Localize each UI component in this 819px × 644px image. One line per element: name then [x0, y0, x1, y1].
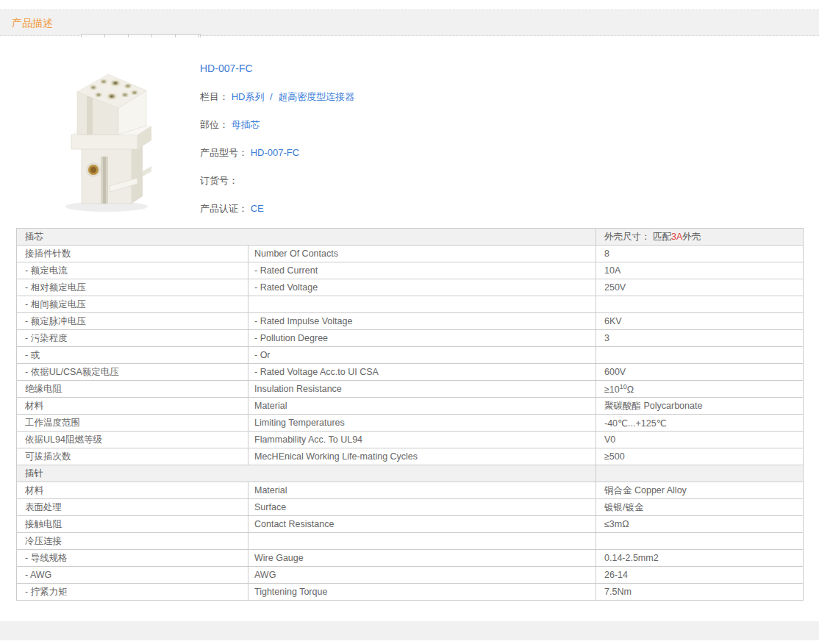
spec-value [596, 296, 804, 313]
spec-en: Limiting Temperatures [248, 415, 596, 432]
hidden-tab-strip [81, 34, 201, 37]
spec-en: - Rated Current [248, 262, 596, 279]
detail-category: 栏目： HD系列 / 超高密度型连接器 [200, 90, 641, 103]
spec-cn: 表面处理 [17, 499, 248, 516]
detail-order-number: 订货号： [200, 174, 641, 187]
section-header-row: 插芯 外壳尺寸： 匹配3A外壳 [17, 229, 804, 246]
spec-cn: 绝缘电阻 [17, 381, 248, 398]
product-photo [55, 62, 154, 213]
table-row: - 相间额定电压 [17, 296, 804, 313]
shell-size-header: 外壳尺寸： 匹配3A外壳 [596, 229, 804, 246]
spec-en: Flammability Acc. To UL94 [248, 432, 596, 448]
tab-band: 产品描述 [0, 10, 819, 36]
spec-value: 6KV [596, 313, 804, 330]
spec-value: 26-14 [596, 567, 804, 584]
spec-value: 聚碳酸酯 Polycarbonate [596, 398, 804, 415]
shell-size-highlight: 3A [671, 232, 682, 242]
product-title-link[interactable]: HD-007-FC [200, 62, 253, 74]
section-title: 插针 [17, 465, 596, 482]
spec-cn: - 相间额定电压 [17, 296, 248, 313]
spec-value: ≥500 [596, 448, 804, 465]
category-series-link[interactable]: HD系列 [232, 91, 265, 102]
product-details: HD-007-FC 栏目： HD系列 / 超高密度型连接器 部位： 母插芯 产品… [200, 62, 641, 215]
spec-en: Number Of Contacts [248, 246, 596, 262]
table-row: - 额定电流 - Rated Current 10A [17, 262, 804, 279]
spec-cn: - 导线规格 [17, 550, 248, 567]
spec-value: 铜合金 Copper Alloy [596, 482, 804, 499]
spec-en: Tightening Torque [248, 584, 596, 601]
table-row: - 导线规格 Wire Gauge 0.14-2.5mm2 [17, 550, 804, 567]
table-row: 工作温度范围 Limiting Temperatures -40℃...+125… [17, 415, 804, 432]
category-label: 栏目： [200, 91, 229, 102]
table-row: 绝缘电阻 Insulation Resistance ≥1010Ω [17, 381, 804, 398]
spec-cn: - AWG [17, 567, 248, 584]
spec-en [248, 533, 596, 550]
certification-link[interactable]: CE [251, 203, 264, 214]
category-separator: / [267, 91, 276, 102]
spec-value: 8 [596, 246, 804, 262]
category-type-link[interactable]: 超高密度型连接器 [278, 91, 354, 102]
spec-cn: - 额定脉冲电压 [17, 313, 248, 330]
certification-label: 产品认证： [200, 203, 248, 214]
tab-product-description[interactable]: 产品描述 [12, 10, 53, 35]
detail-certification: 产品认证： CE [200, 202, 641, 215]
spec-en: Material [248, 398, 596, 415]
spec-cn: - 拧紧力矩 [17, 584, 248, 601]
table-row: - 或 - Or [17, 347, 804, 364]
spec-en: AWG [248, 567, 596, 584]
table-row: 材料 Material 聚碳酸酯 Polycarbonate [17, 398, 804, 415]
spec-cn: 材料 [17, 398, 248, 415]
spec-cn: 材料 [17, 482, 248, 499]
spec-cn: - 额定电流 [17, 262, 248, 279]
spec-value: ≤3mΩ [596, 516, 804, 533]
spec-en: Surface [248, 499, 596, 516]
detail-model: 产品型号： HD-007-FC [200, 146, 641, 159]
spec-en: - Rated Impulse Voltage [248, 313, 596, 330]
section-header-right [596, 465, 804, 482]
table-row: 依据UL94阻燃等级 Flammability Acc. To UL94 V0 [17, 432, 804, 448]
detail-part: 部位： 母插芯 [200, 118, 641, 131]
spec-value: 镀银/镀金 [596, 499, 804, 516]
spec-en: - Or [248, 347, 596, 364]
table-row: - 拧紧力矩 Tightening Torque 7.5Nm [17, 584, 804, 601]
spec-cn: - 相对额定电压 [17, 279, 248, 296]
spec-value: ≥1010Ω [596, 381, 804, 398]
part-label: 部位： [200, 119, 229, 130]
spec-cn: 工作温度范围 [17, 415, 248, 432]
table-row: 接触电阻 Contact Resistance ≤3mΩ [17, 516, 804, 533]
table-row: - 污染程度 - Pollution Degree 3 [17, 330, 804, 347]
spec-cn: - 或 [17, 347, 248, 364]
spec-en: - Rated Voltage Acc.to UI CSA [248, 364, 596, 381]
page-footer-band [0, 621, 819, 640]
spec-value: 3 [596, 330, 804, 347]
model-link[interactable]: HD-007-FC [251, 147, 299, 158]
spec-en [248, 296, 596, 313]
table-row: - AWG AWG 26-14 [17, 567, 804, 584]
section-title: 插芯 [17, 229, 596, 246]
table-row: - 额定脉冲电压 - Rated Impulse Voltage 6KV [17, 313, 804, 330]
spec-cn: 接触电阻 [17, 516, 248, 533]
spec-value: -40℃...+125℃ [596, 415, 804, 432]
spec-en: Material [248, 482, 596, 499]
spec-value [596, 347, 804, 364]
spec-value: 10A [596, 262, 804, 279]
table-row: - 依据UL/CSA额定电压 - Rated Voltage Acc.to UI… [17, 364, 804, 381]
spec-cn: 接插件针数 [17, 246, 248, 262]
section-header-row: 插针 [17, 465, 804, 482]
spec-en: Insulation Resistance [248, 381, 596, 398]
table-row: 表面处理 Surface 镀银/镀金 [17, 499, 804, 516]
spec-value: V0 [596, 432, 804, 448]
spec-cn: - 污染程度 [17, 330, 248, 347]
model-label: 产品型号： [200, 147, 248, 158]
order-number-label: 订货号： [200, 175, 238, 186]
spec-value: 250V [596, 279, 804, 296]
part-link[interactable]: 母插芯 [232, 119, 260, 130]
spec-cn: 可拔插次数 [17, 448, 248, 465]
spec-value: 600V [596, 364, 804, 381]
table-row: 材料 Material 铜合金 Copper Alloy [17, 482, 804, 499]
table-row: 冷压连接 [17, 533, 804, 550]
spec-value [596, 533, 804, 550]
connector-illustration [55, 62, 154, 213]
spec-en: - Pollution Degree [248, 330, 596, 347]
spec-cn: 依据UL94阻燃等级 [17, 432, 248, 448]
